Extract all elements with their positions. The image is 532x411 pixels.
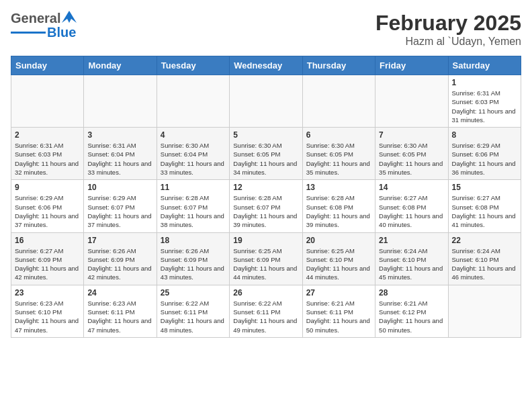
day-info: Sunrise: 6:29 AMSunset: 6:06 PMDaylight:…: [452, 141, 517, 177]
day-number: 21: [379, 236, 444, 245]
logo-blue-text: Blue: [47, 25, 76, 40]
day-number: 17: [87, 236, 152, 245]
day-info: Sunrise: 6:30 AMSunset: 6:04 PMDaylight:…: [161, 141, 226, 177]
calendar-day-cell: [11, 75, 84, 128]
calendar-day-cell: 17Sunrise: 6:26 AMSunset: 6:09 PMDayligh…: [84, 232, 157, 285]
header-thursday: Thursday: [302, 56, 375, 75]
header-saturday: Saturday: [448, 56, 521, 75]
day-info: Sunrise: 6:27 AMSunset: 6:08 PMDaylight:…: [379, 193, 444, 229]
day-info: Sunrise: 6:30 AMSunset: 6:05 PMDaylight:…: [306, 141, 371, 177]
day-number: 19: [233, 236, 298, 245]
calendar-day-cell: 24Sunrise: 6:23 AMSunset: 6:11 PMDayligh…: [84, 285, 157, 337]
day-number: 4: [161, 130, 226, 140]
day-number: 16: [15, 236, 80, 245]
day-info: Sunrise: 6:21 AMSunset: 6:12 PMDaylight:…: [379, 299, 444, 334]
calendar-day-cell: 15Sunrise: 6:27 AMSunset: 6:08 PMDayligh…: [448, 180, 521, 232]
calendar-day-cell: 8Sunrise: 6:29 AMSunset: 6:06 PMDaylight…: [448, 128, 521, 180]
calendar-day-cell: 13Sunrise: 6:28 AMSunset: 6:08 PMDayligh…: [302, 180, 375, 232]
calendar-day-cell: 5Sunrise: 6:30 AMSunset: 6:05 PMDaylight…: [230, 128, 302, 180]
day-info: Sunrise: 6:28 AMSunset: 6:08 PMDaylight:…: [306, 193, 371, 229]
day-number: 2: [15, 130, 80, 140]
day-number: 12: [233, 183, 298, 192]
calendar-day-cell: 3Sunrise: 6:31 AMSunset: 6:04 PMDaylight…: [84, 128, 157, 180]
calendar-day-cell: 2Sunrise: 6:31 AMSunset: 6:03 PMDaylight…: [11, 128, 84, 180]
day-number: 18: [161, 236, 226, 245]
day-info: Sunrise: 6:29 AMSunset: 6:07 PMDaylight:…: [87, 193, 152, 229]
day-info: Sunrise: 6:31 AMSunset: 6:03 PMDaylight:…: [15, 141, 80, 177]
calendar-day-cell: 7Sunrise: 6:30 AMSunset: 6:05 PMDaylight…: [375, 128, 448, 180]
calendar-day-cell: 28Sunrise: 6:21 AMSunset: 6:12 PMDayligh…: [375, 285, 448, 337]
calendar-day-cell: 21Sunrise: 6:24 AMSunset: 6:10 PMDayligh…: [375, 232, 448, 285]
day-number: 23: [15, 288, 80, 298]
day-info: Sunrise: 6:27 AMSunset: 6:09 PMDaylight:…: [15, 246, 80, 282]
header-sunday: Sunday: [11, 56, 84, 75]
day-number: 6: [306, 130, 371, 140]
calendar-day-cell: [448, 285, 521, 337]
title-block: February 2025 Hazm al `Udayn, Yemen: [375, 11, 521, 48]
day-number: 14: [379, 183, 444, 192]
day-number: 25: [161, 288, 226, 298]
calendar-day-cell: 6Sunrise: 6:30 AMSunset: 6:05 PMDaylight…: [302, 128, 375, 180]
calendar-week-row: 1Sunrise: 6:31 AMSunset: 6:03 PMDaylight…: [11, 75, 521, 128]
page-title: February 2025: [375, 11, 521, 36]
day-info: Sunrise: 6:24 AMSunset: 6:10 PMDaylight:…: [452, 246, 517, 282]
day-number: 11: [161, 183, 226, 192]
calendar-week-row: 16Sunrise: 6:27 AMSunset: 6:09 PMDayligh…: [11, 232, 521, 285]
day-info: Sunrise: 6:30 AMSunset: 6:05 PMDaylight:…: [379, 141, 444, 177]
calendar-day-cell: 23Sunrise: 6:23 AMSunset: 6:10 PMDayligh…: [11, 285, 84, 337]
day-info: Sunrise: 6:27 AMSunset: 6:08 PMDaylight:…: [452, 193, 517, 229]
day-number: 3: [87, 130, 152, 140]
calendar-week-row: 2Sunrise: 6:31 AMSunset: 6:03 PMDaylight…: [11, 128, 521, 180]
day-info: Sunrise: 6:22 AMSunset: 6:11 PMDaylight:…: [161, 299, 226, 334]
day-info: Sunrise: 6:25 AMSunset: 6:10 PMDaylight:…: [306, 246, 371, 282]
day-info: Sunrise: 6:31 AMSunset: 6:04 PMDaylight:…: [87, 141, 152, 177]
calendar-table: Sunday Monday Tuesday Wednesday Thursday…: [11, 56, 521, 338]
day-number: 8: [452, 130, 517, 140]
calendar-day-cell: [302, 75, 375, 128]
day-info: Sunrise: 6:31 AMSunset: 6:03 PMDaylight:…: [452, 89, 517, 124]
calendar-day-cell: 19Sunrise: 6:25 AMSunset: 6:09 PMDayligh…: [230, 232, 302, 285]
day-info: Sunrise: 6:30 AMSunset: 6:05 PMDaylight:…: [233, 141, 298, 177]
day-number: 9: [15, 183, 80, 192]
header-wednesday: Wednesday: [230, 56, 302, 75]
day-number: 5: [233, 130, 298, 140]
calendar-day-cell: 1Sunrise: 6:31 AMSunset: 6:03 PMDaylight…: [448, 75, 521, 128]
calendar-day-cell: 4Sunrise: 6:30 AMSunset: 6:04 PMDaylight…: [157, 128, 229, 180]
calendar-day-cell: 10Sunrise: 6:29 AMSunset: 6:07 PMDayligh…: [84, 180, 157, 232]
day-number: 10: [87, 183, 152, 192]
page-subtitle: Hazm al `Udayn, Yemen: [375, 36, 521, 48]
calendar-day-cell: 22Sunrise: 6:24 AMSunset: 6:10 PMDayligh…: [448, 232, 521, 285]
calendar-header-row: Sunday Monday Tuesday Wednesday Thursday…: [11, 56, 521, 75]
day-number: 28: [379, 288, 444, 298]
day-info: Sunrise: 6:24 AMSunset: 6:10 PMDaylight:…: [379, 246, 444, 282]
svg-marker-0: [62, 11, 77, 23]
day-info: Sunrise: 6:22 AMSunset: 6:11 PMDaylight:…: [233, 299, 298, 334]
calendar-day-cell: [230, 75, 302, 128]
calendar-day-cell: 18Sunrise: 6:26 AMSunset: 6:09 PMDayligh…: [157, 232, 229, 285]
calendar-day-cell: 20Sunrise: 6:25 AMSunset: 6:10 PMDayligh…: [302, 232, 375, 285]
header-tuesday: Tuesday: [157, 56, 229, 75]
calendar-day-cell: 25Sunrise: 6:22 AMSunset: 6:11 PMDayligh…: [157, 285, 229, 337]
calendar-day-cell: 11Sunrise: 6:28 AMSunset: 6:07 PMDayligh…: [157, 180, 229, 232]
day-number: 13: [306, 183, 371, 192]
day-info: Sunrise: 6:23 AMSunset: 6:11 PMDaylight:…: [87, 299, 152, 334]
day-number: 27: [306, 288, 371, 298]
day-number: 20: [306, 236, 371, 245]
calendar-day-cell: [84, 75, 157, 128]
header-friday: Friday: [375, 56, 448, 75]
calendar-week-row: 23Sunrise: 6:23 AMSunset: 6:10 PMDayligh…: [11, 285, 521, 337]
logo-bird-icon: [62, 11, 77, 23]
calendar-day-cell: 16Sunrise: 6:27 AMSunset: 6:09 PMDayligh…: [11, 232, 84, 285]
calendar-day-cell: 12Sunrise: 6:28 AMSunset: 6:07 PMDayligh…: [230, 180, 302, 232]
calendar-day-cell: 26Sunrise: 6:22 AMSunset: 6:11 PMDayligh…: [230, 285, 302, 337]
day-info: Sunrise: 6:28 AMSunset: 6:07 PMDaylight:…: [161, 193, 226, 229]
day-number: 22: [452, 236, 517, 245]
day-number: 26: [233, 288, 298, 298]
day-number: 24: [87, 288, 152, 298]
calendar-day-cell: 9Sunrise: 6:29 AMSunset: 6:06 PMDaylight…: [11, 180, 84, 232]
logo-text: General: [11, 11, 60, 25]
calendar-day-cell: 14Sunrise: 6:27 AMSunset: 6:08 PMDayligh…: [375, 180, 448, 232]
logo-general: General: [11, 11, 60, 26]
day-info: Sunrise: 6:21 AMSunset: 6:11 PMDaylight:…: [306, 299, 371, 334]
day-info: Sunrise: 6:26 AMSunset: 6:09 PMDaylight:…: [87, 246, 152, 282]
